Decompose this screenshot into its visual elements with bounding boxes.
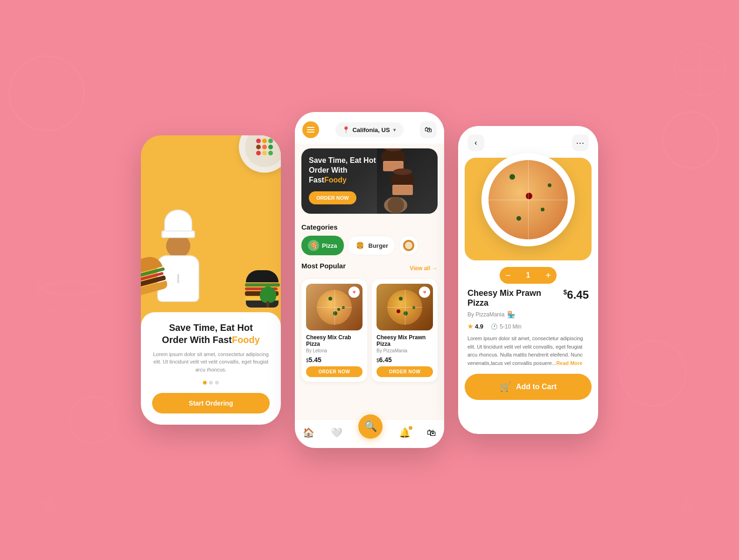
banner-order-button[interactable]: ORDER NOW <box>309 191 356 204</box>
location-selector[interactable]: 📍 Califonia, US ▼ <box>335 122 403 137</box>
burger-icon: 🍔 <box>355 240 366 251</box>
popular-section: Most Popular View all → ♥ <box>295 258 444 385</box>
splash-text-section: Save Time, Eat Hot Order With FastFoody … <box>141 312 281 425</box>
wishlist-button-2[interactable]: ♥ <box>419 287 430 298</box>
back-button[interactable]: ‹ <box>467 134 484 151</box>
popular-header: Most Popular View all → <box>301 262 438 274</box>
delivery-time: 5-10 Min <box>500 323 522 330</box>
splash-headline: Save Time, Eat Hot Order With FastFoody <box>152 322 270 346</box>
food-card-image-2: ♥ <box>376 284 433 330</box>
cart-icon: 🛒 <box>500 381 511 392</box>
dots-indicator <box>152 381 270 385</box>
location-pin-icon: 📍 <box>342 126 350 133</box>
rating-badge: ★ 4.9 <box>467 323 483 330</box>
nav-search-center[interactable]: 🔍 <box>358 414 383 439</box>
svg-point-7 <box>37 264 103 296</box>
svg-point-2 <box>70 397 117 443</box>
cart-button[interactable]: 🛍 <box>420 121 437 138</box>
svg-text:★: ★ <box>676 492 697 518</box>
arrow-right-icon: → <box>432 265 438 272</box>
chef-hat <box>164 210 192 235</box>
phone-detail: ‹ ··· − 1 + <box>458 126 598 434</box>
hero-section <box>141 135 281 312</box>
svg-point-3 <box>620 341 686 406</box>
dot-3 <box>215 381 219 385</box>
detail-info: Cheesy Mix Prawn Pizza $6.45 By PizzaMan… <box>458 288 598 374</box>
location-text: Califonia, US <box>352 126 390 133</box>
category-pizza[interactable]: 🍕 Pizza <box>301 236 344 255</box>
food-price-row-2: $6.45 <box>376 356 433 364</box>
home-header: 📍 Califonia, US ▼ 🛍 <box>295 112 444 144</box>
view-all-button[interactable]: View all → <box>410 265 438 272</box>
svg-point-8 <box>36 283 104 294</box>
svg-point-4 <box>674 44 725 96</box>
add-to-cart-button[interactable]: 🛒 Add to Cart <box>465 374 592 400</box>
svg-point-0 <box>9 56 84 131</box>
pizza-icon: 🍕 <box>308 240 319 251</box>
quantity-control: − 1 + <box>500 267 557 284</box>
broccoli-icon <box>260 287 276 303</box>
food-by-2: By PizzaMania <box>376 348 433 353</box>
food-by-1: By Letona <box>306 348 363 353</box>
qty-decrease-button[interactable]: − <box>500 267 516 284</box>
categories-section: Categories 🍕 Pizza 🍔 Burger <box>295 218 444 258</box>
notification-icon: 🔔 <box>399 427 411 438</box>
detail-description: Lorem ipsum dolor sit amet, consectetur … <box>467 335 589 367</box>
nav-favorites[interactable]: 🤍 <box>331 427 342 438</box>
food-name-1: Cheesy Mix Crab Pizza <box>306 334 363 347</box>
bag-icon: 🛍 <box>427 427 436 438</box>
detail-food-image-section <box>465 158 592 260</box>
qty-increase-button[interactable]: + <box>540 267 557 284</box>
detail-food-name: Cheesy Mix Prawn Pizza <box>467 288 563 308</box>
detail-food-price: $6.45 <box>563 288 589 301</box>
heart-icon: 🤍 <box>331 427 342 438</box>
dot-1 <box>203 381 207 385</box>
category-rings[interactable] <box>399 236 418 255</box>
chevron-down-icon: ▼ <box>392 127 397 133</box>
categories-list: 🍕 Pizza 🍔 Burger <box>301 236 438 255</box>
food-card-1: ♥ Cheesy Mix Crab Pizza By Letona <box>301 279 367 382</box>
pizza-visual <box>488 160 568 239</box>
star-icon: ★ <box>467 323 473 330</box>
menu-button[interactable] <box>302 121 319 138</box>
detail-meta-row: ★ 4.9 🕐 5-10 Min <box>467 323 589 330</box>
promo-banner: Save Time, Eat Hot Order With FastFoody … <box>301 148 438 214</box>
time-badge: 🕐 5-10 Min <box>491 323 522 330</box>
dot-2 <box>209 381 213 385</box>
wishlist-button-1[interactable]: ♥ <box>349 287 360 298</box>
rating-value: 4.9 <box>475 323 483 330</box>
food-price-row-1: $5.45 <box>306 356 363 364</box>
start-ordering-button[interactable]: Start Ordering <box>152 393 270 413</box>
food-cards-list: ♥ Cheesy Mix Crab Pizza By Letona <box>301 279 438 382</box>
splash-subtext: Lorem ipsum dolor sit amet, consectetur … <box>152 350 270 374</box>
order-button-2[interactable]: ORDER NOW <box>376 366 433 377</box>
banner-headline: Save Time, Eat Hot Order With FastFoody <box>309 156 430 185</box>
nav-home[interactable]: 🏠 <box>303 427 314 438</box>
detail-food-by: By PizzaMania <box>467 311 504 318</box>
detail-by-row: By PizzaMania 🏪 <box>467 311 589 318</box>
food-name-2: Cheesy Mix Prawn Pizza <box>376 334 433 347</box>
category-burger[interactable]: 🍔 Burger <box>348 236 396 255</box>
food-card-2: ♥ Cheesy Mix Prawn Pizza By PizzaMania <box>372 279 438 382</box>
home-icon: 🏠 <box>303 427 314 438</box>
food-card-image-1: ♥ <box>306 284 363 330</box>
categories-title: Categories <box>301 223 438 231</box>
detail-pizza-image <box>481 153 575 246</box>
clock-icon: 🕐 <box>491 323 498 330</box>
popular-title: Most Popular <box>301 262 346 270</box>
store-icon: 🏪 <box>507 311 515 318</box>
nav-notifications[interactable]: 🔔 <box>399 427 411 438</box>
food-price-1: $5.45 <box>306 356 321 364</box>
qty-value: 1 <box>516 267 540 284</box>
more-options-button[interactable]: ··· <box>572 134 589 151</box>
food-plate <box>239 135 281 173</box>
nav-bag[interactable]: 🛍 <box>427 427 436 438</box>
svg-text:★: ★ <box>37 488 63 519</box>
read-more-link[interactable]: Read More <box>556 360 582 366</box>
detail-title-row: Cheesy Mix Prawn Pizza $6.45 <box>467 288 589 308</box>
search-icon: 🔍 <box>364 420 377 433</box>
phone-home: 📍 Califonia, US ▼ 🛍 Save Time, Eat Hot O… <box>295 112 444 448</box>
order-button-1[interactable]: ORDER NOW <box>306 366 363 377</box>
banner-text: Save Time, Eat Hot Order With FastFoody … <box>301 148 438 214</box>
svg-point-9 <box>37 280 103 313</box>
